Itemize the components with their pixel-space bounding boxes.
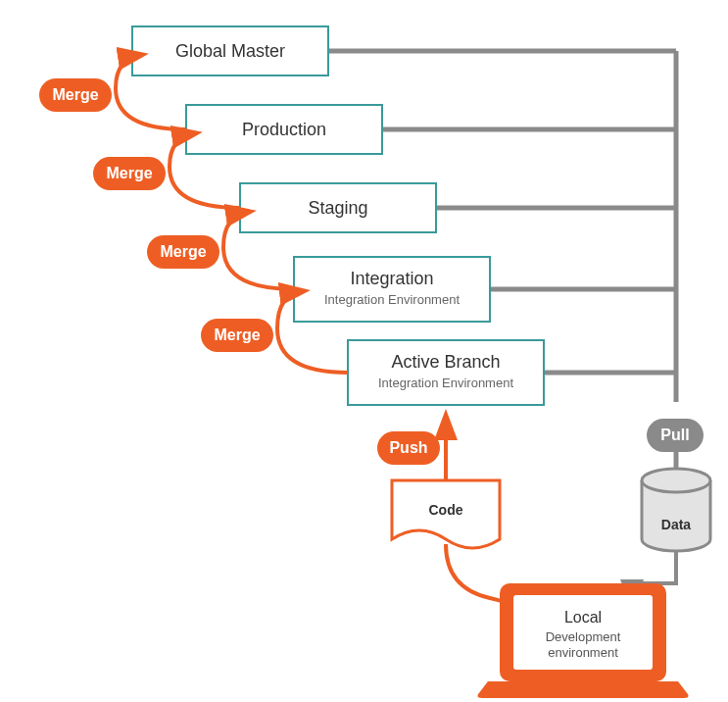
data-cylinder: Data: [642, 469, 710, 551]
push-label: Push: [389, 439, 427, 456]
stage-global-master: Global Master: [132, 26, 676, 75]
stage-production: Production: [186, 105, 676, 154]
pull-badge: Pull: [647, 419, 704, 452]
local-sub1: Development: [546, 629, 621, 644]
stage-active-branch: Active Branch Integration Environment: [348, 340, 676, 405]
stage-title-1: Production: [242, 120, 326, 139]
stage-title-3: Integration: [350, 269, 433, 288]
merge-badge-4: Merge: [201, 319, 273, 352]
local-title: Local: [564, 609, 602, 626]
stage-staging: Staging: [240, 183, 676, 232]
data-label: Data: [661, 517, 692, 532]
svg-rect-7: [294, 257, 490, 322]
pull-label: Pull: [660, 426, 689, 443]
svg-rect-9: [348, 340, 544, 405]
push-badge: Push: [377, 431, 440, 465]
merge-label-3: Merge: [160, 243, 206, 260]
merge-badge-1: Merge: [39, 78, 112, 112]
svg-point-16: [642, 469, 710, 492]
stage-sub-3: Integration Environment: [324, 292, 460, 307]
local-sub2: environment: [548, 645, 618, 660]
code-document: Code: [392, 480, 500, 548]
stage-title-0: Global Master: [175, 41, 285, 61]
merge-badge-3: Merge: [147, 235, 219, 269]
stage-title-2: Staging: [308, 198, 367, 218]
code-label: Code: [429, 502, 463, 518]
stage-integration: Integration Integration Environment: [294, 257, 676, 322]
merge-label-1: Merge: [52, 86, 98, 103]
merge-label-2: Merge: [106, 165, 152, 181]
laptop-icon: Local Development environment: [478, 583, 689, 698]
stage-sub-4: Integration Environment: [378, 376, 513, 390]
stage-title-4: Active Branch: [391, 352, 500, 372]
merge-label-4: Merge: [214, 326, 260, 343]
merge-badge-2: Merge: [93, 157, 166, 190]
